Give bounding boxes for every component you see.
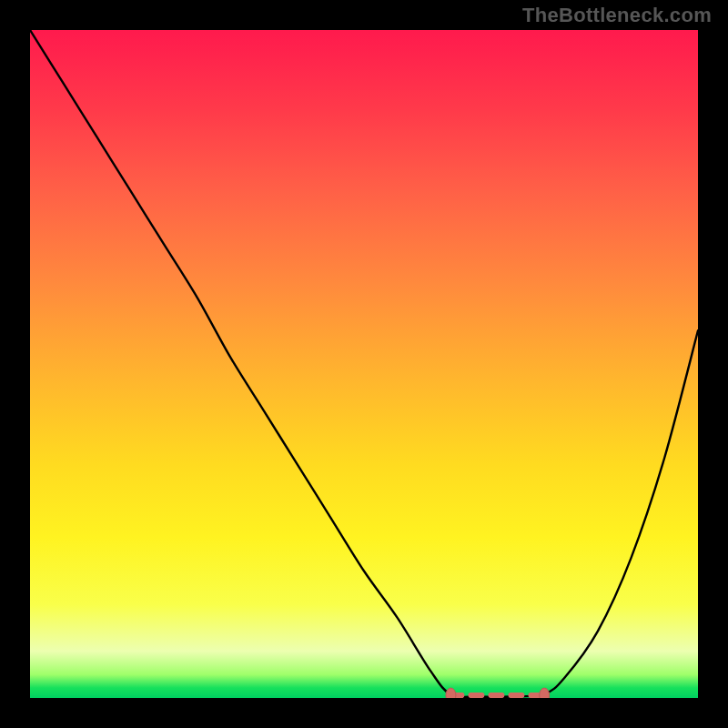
bottleneck-curve-svg [30, 30, 698, 698]
plot-area [30, 30, 698, 698]
optimal-range-marker [446, 688, 550, 698]
chart-frame: TheBottleneck.com [0, 0, 728, 728]
optimal-range-cap-left [446, 688, 456, 698]
optimal-range-cap-right [540, 688, 550, 698]
watermark-label: TheBottleneck.com [522, 4, 712, 27]
bottleneck-curve-line [30, 30, 698, 697]
